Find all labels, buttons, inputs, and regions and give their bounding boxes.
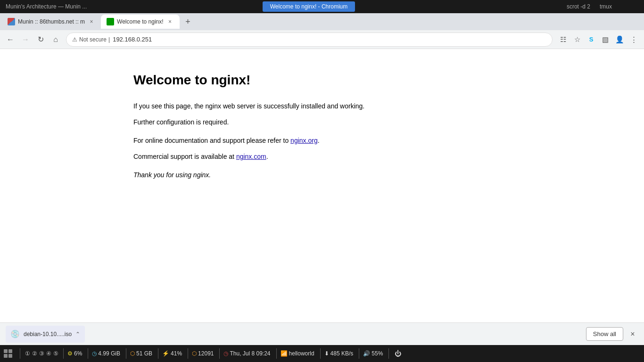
- title-bar: Munin's Architecture — Munin ... Welcome…: [0, 0, 644, 13]
- download-bar: 💿 debian-10.10.....iso ⌃ Show all ×: [0, 322, 644, 345]
- grid-dot: [4, 354, 8, 358]
- address-input-wrap[interactable]: ⚠ Not secure | 192.168.0.251: [66, 33, 553, 47]
- charge-value: 41%: [171, 350, 182, 357]
- download-item[interactable]: 💿 debian-10.10.....iso ⌃: [6, 326, 85, 343]
- nginx-section-3: Thank you for using nginx.: [133, 170, 511, 180]
- download-close-button[interactable]: ×: [627, 329, 638, 340]
- taskbar-divider-5: [158, 348, 158, 359]
- taskbar-divider-2: [63, 348, 64, 359]
- new-tab-button[interactable]: +: [182, 15, 195, 28]
- disk-value: 51 GB: [136, 350, 152, 357]
- nginx-title: Welcome to nginx!: [133, 73, 511, 88]
- nginx-favicon: [107, 18, 114, 25]
- skype-icon[interactable]: S: [585, 33, 598, 46]
- tab-munin-close[interactable]: ×: [88, 18, 95, 25]
- reload-button[interactable]: ↻: [34, 33, 47, 46]
- thank-you-text: Thank you for using nginx.: [133, 170, 511, 180]
- para2-suffix: .: [318, 137, 320, 144]
- download-chevron-icon[interactable]: ⌃: [75, 331, 80, 337]
- nginx-page: Welcome to nginx! If you see this page, …: [133, 49, 511, 180]
- nginx-org-link[interactable]: nginx.org: [290, 137, 318, 144]
- nginx-body: If you see this page, the nginx web serv…: [133, 101, 511, 180]
- para2-prefix: For online documentation and support ple…: [133, 137, 290, 144]
- download-filename: debian-10.10.....iso: [24, 331, 72, 337]
- power-icon[interactable]: ⏻: [395, 350, 401, 357]
- desktop-num-2[interactable]: ②: [32, 350, 37, 357]
- home-button[interactable]: ⌂: [49, 33, 62, 46]
- forward-button[interactable]: →: [19, 33, 32, 46]
- taskbar-divider-3: [88, 348, 88, 359]
- separator: |: [108, 36, 110, 43]
- download-arrow-icon: ⬇: [324, 350, 329, 357]
- taskbar-divider-4: [126, 348, 126, 359]
- tab-nginx-close[interactable]: ×: [166, 18, 174, 25]
- show-all-button[interactable]: Show all: [586, 327, 623, 341]
- title-bar-center: Welcome to nginx! - Chromium: [263, 1, 355, 12]
- toolbar-icons: ☷ ☆ S ▧ 👤 ⋮: [556, 33, 640, 46]
- wifi-ssid: helloworld: [289, 350, 314, 357]
- bookmark-button[interactable]: ☆: [570, 33, 584, 46]
- cpu-icon: ⚙: [67, 350, 73, 357]
- taskbar-divider-7: [219, 348, 220, 359]
- para2-line2-prefix: Commercial support is available at: [133, 153, 236, 160]
- grid-dot: [4, 349, 8, 353]
- warning-icon: ⚠: [72, 36, 77, 43]
- address-text[interactable]: 192.168.0.251: [113, 36, 546, 43]
- nginx-para-2-line1: For online documentation and support ple…: [133, 135, 511, 146]
- charge-icon: ⚡: [162, 350, 169, 357]
- tab-nginx[interactable]: Welcome to nginx! ×: [101, 15, 180, 29]
- taskbar-divider-10: [359, 348, 359, 359]
- grid-dot: [8, 354, 12, 358]
- box-value: 12091: [198, 350, 214, 357]
- ram-value: 4.99 GiB: [98, 350, 120, 357]
- nginx-section-1: If you see this page, the nginx web serv…: [133, 101, 511, 128]
- download-file-icon: 💿: [10, 329, 20, 338]
- grid-dot: [8, 349, 12, 353]
- desktop-num-5[interactable]: ⑤: [53, 350, 58, 357]
- title-bar-right: scrot -d 2 tmux: [355, 3, 640, 10]
- nginx-para-2-line2: Commercial support is available at nginx…: [133, 151, 511, 162]
- munin-favicon: [8, 18, 15, 25]
- volume-value: 55%: [372, 350, 383, 357]
- para2-line2-suffix: .: [266, 153, 268, 160]
- taskbar: ① ② ③ ④ ⑤ ⚙ 6% ◷ 4.99 GiB ⬡ 51 GB ⚡ 41% …: [0, 345, 644, 362]
- title-bar-left: Munin's Architecture — Munin ...: [4, 3, 263, 10]
- clock-icon: ◷: [223, 350, 228, 357]
- desktop-num-1[interactable]: ①: [25, 350, 30, 357]
- box-icon: ⬡: [192, 350, 197, 357]
- desktop-grid-icon[interactable]: [4, 349, 12, 358]
- scrot-label: scrot -d 2: [567, 3, 590, 10]
- tmux-label: tmux: [600, 3, 612, 10]
- taskbar-divider-11: [388, 348, 389, 359]
- taskbar-divider-6: [188, 348, 188, 359]
- disk-icon: ⬡: [130, 350, 135, 357]
- content-area: Welcome to nginx! If you see this page, …: [0, 49, 644, 322]
- nginx-section-2: For online documentation and support ple…: [133, 135, 511, 162]
- menu-button[interactable]: ⋮: [627, 33, 640, 46]
- taskbar-divider-1: [20, 348, 20, 359]
- download-speed: 485 KB/s: [330, 350, 354, 357]
- thank-you-em: Thank you for using nginx.: [133, 171, 211, 179]
- desktop-num-3[interactable]: ③: [39, 350, 44, 357]
- ram-icon: ◷: [92, 350, 97, 357]
- taskbar-divider-9: [320, 348, 321, 359]
- volume-icon: 🔊: [363, 350, 370, 357]
- address-bar: ← → ↻ ⌂ ⚠ Not secure | 192.168.0.251 ☷ ☆…: [0, 30, 644, 49]
- nginx-para-1-line2: Further configuration is required.: [133, 117, 511, 127]
- tab-munin[interactable]: Munin :: 86thumbs.net :: m ×: [2, 15, 101, 29]
- extensions-button[interactable]: ☷: [556, 33, 570, 46]
- tab-nginx-title: Welcome to nginx!: [117, 18, 164, 25]
- extensions-icon[interactable]: ▧: [599, 33, 612, 46]
- security-label: Not secure: [79, 36, 107, 43]
- nginx-para-1-line1: If you see this page, the nginx web serv…: [133, 101, 511, 111]
- tab-munin-title: Munin :: 86thumbs.net :: m: [18, 18, 85, 25]
- tab-bar: Munin :: 86thumbs.net :: m × Welcome to …: [0, 13, 644, 30]
- desktop-num-4[interactable]: ④: [46, 350, 51, 357]
- security-indicator: ⚠ Not secure |: [72, 36, 110, 43]
- wifi-icon: 📶: [281, 350, 288, 357]
- profile-icon[interactable]: 👤: [613, 33, 626, 46]
- datetime: Thu, Jul 8 09:24: [230, 350, 270, 357]
- nginx-com-link[interactable]: nginx.com: [236, 153, 266, 160]
- back-button[interactable]: ←: [4, 33, 17, 46]
- cpu-value: 6%: [74, 350, 82, 357]
